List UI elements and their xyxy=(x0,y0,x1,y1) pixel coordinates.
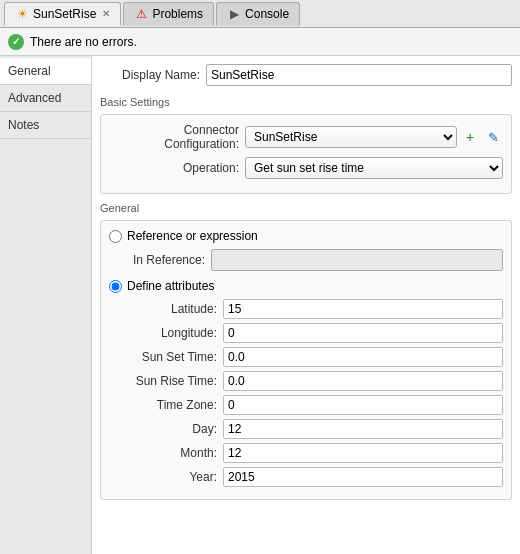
radio-define-label: Define attributes xyxy=(127,279,214,293)
basic-settings-header: Basic Settings xyxy=(100,96,512,108)
field-row-month: Month: xyxy=(117,443,503,463)
radio-ref-row: Reference or expression xyxy=(109,229,503,243)
in-reference-row: In Reference: xyxy=(125,249,503,271)
field-row-sun-set-time: Sun Set Time: xyxy=(117,347,503,367)
label-month: Month: xyxy=(117,446,217,460)
in-ref-label: In Reference: xyxy=(125,253,205,267)
field-row-time-zone: Time Zone: xyxy=(117,395,503,415)
sidebar-item-advanced[interactable]: Advanced xyxy=(0,85,91,112)
tab-sunsetrise[interactable]: ☀ SunSetRise ✕ xyxy=(4,2,121,26)
sidebar-advanced-label: Advanced xyxy=(8,91,61,105)
main-container: There are no errors. General Advanced No… xyxy=(0,28,520,554)
display-name-row: Display Name: xyxy=(100,64,512,86)
input-year[interactable] xyxy=(223,467,503,487)
add-connector-button[interactable]: + xyxy=(460,127,480,147)
label-longitude: Longitude: xyxy=(117,326,217,340)
field-row-longitude: Longitude: xyxy=(117,323,503,343)
tab-console-label: Console xyxy=(245,7,289,21)
radio-define[interactable] xyxy=(109,280,122,293)
tab-sunsetrise-label: SunSetRise xyxy=(33,7,96,21)
tab-problems-label: Problems xyxy=(152,7,203,21)
input-time-zone[interactable] xyxy=(223,395,503,415)
field-row-sun-rise-time: Sun Rise Time: xyxy=(117,371,503,391)
connector-config-label: Connector Configuration: xyxy=(109,123,239,151)
attribute-fields: Latitude:Longitude:Sun Set Time:Sun Rise… xyxy=(109,299,503,487)
in-ref-input[interactable] xyxy=(211,249,503,271)
operation-label: Operation: xyxy=(109,161,239,175)
sidebar: General Advanced Notes xyxy=(0,56,92,554)
general-section: Reference or expression In Reference: De… xyxy=(100,220,512,500)
console-icon: ▶ xyxy=(227,7,241,21)
general-section-header: General xyxy=(100,202,512,214)
operation-wrapper: Get sun set rise time xyxy=(245,157,503,179)
sidebar-item-general[interactable]: General xyxy=(0,58,91,85)
title-bar: ☀ SunSetRise ✕ ⚠ Problems ▶ Console xyxy=(0,0,520,28)
right-panel: Display Name: Basic Settings Connector C… xyxy=(92,56,520,554)
connector-config-row: Connector Configuration: SunSetRise + ✎ xyxy=(109,123,503,151)
label-latitude: Latitude: xyxy=(117,302,217,316)
input-longitude[interactable] xyxy=(223,323,503,343)
display-name-input[interactable] xyxy=(206,64,512,86)
edit-connector-button[interactable]: ✎ xyxy=(483,127,503,147)
connector-config-wrapper: SunSetRise + ✎ xyxy=(245,126,503,148)
input-day[interactable] xyxy=(223,419,503,439)
field-row-latitude: Latitude: xyxy=(117,299,503,319)
field-row-day: Day: xyxy=(117,419,503,439)
label-day: Day: xyxy=(117,422,217,436)
display-name-label: Display Name: xyxy=(100,68,200,82)
sidebar-item-notes[interactable]: Notes xyxy=(0,112,91,139)
label-time-zone: Time Zone: xyxy=(117,398,217,412)
radio-define-row: Define attributes xyxy=(109,279,503,293)
tab-sunsetrise-close[interactable]: ✕ xyxy=(102,8,110,19)
sidebar-notes-label: Notes xyxy=(8,118,39,132)
status-text: There are no errors. xyxy=(30,35,137,49)
operation-select[interactable]: Get sun set rise time xyxy=(245,157,503,179)
radio-reference[interactable] xyxy=(109,230,122,243)
input-sun-rise-time[interactable] xyxy=(223,371,503,391)
input-sun-set-time[interactable] xyxy=(223,347,503,367)
sunsetrise-icon: ☀ xyxy=(15,7,29,21)
status-bar: There are no errors. xyxy=(0,28,520,56)
content-area: General Advanced Notes Display Name: Bas… xyxy=(0,56,520,554)
problems-icon: ⚠ xyxy=(134,7,148,21)
operation-row: Operation: Get sun set rise time xyxy=(109,157,503,179)
label-sun-rise-time: Sun Rise Time: xyxy=(117,374,217,388)
field-row-year: Year: xyxy=(117,467,503,487)
basic-settings-group: Connector Configuration: SunSetRise + ✎ … xyxy=(100,114,512,194)
status-check-icon xyxy=(8,34,24,50)
tab-problems[interactable]: ⚠ Problems xyxy=(123,2,214,26)
sidebar-general-label: General xyxy=(8,64,51,78)
tab-console[interactable]: ▶ Console xyxy=(216,2,300,26)
radio-ref-label: Reference or expression xyxy=(127,229,258,243)
input-latitude[interactable] xyxy=(223,299,503,319)
connector-config-select[interactable]: SunSetRise xyxy=(245,126,457,148)
input-month[interactable] xyxy=(223,443,503,463)
label-sun-set-time: Sun Set Time: xyxy=(117,350,217,364)
label-year: Year: xyxy=(117,470,217,484)
